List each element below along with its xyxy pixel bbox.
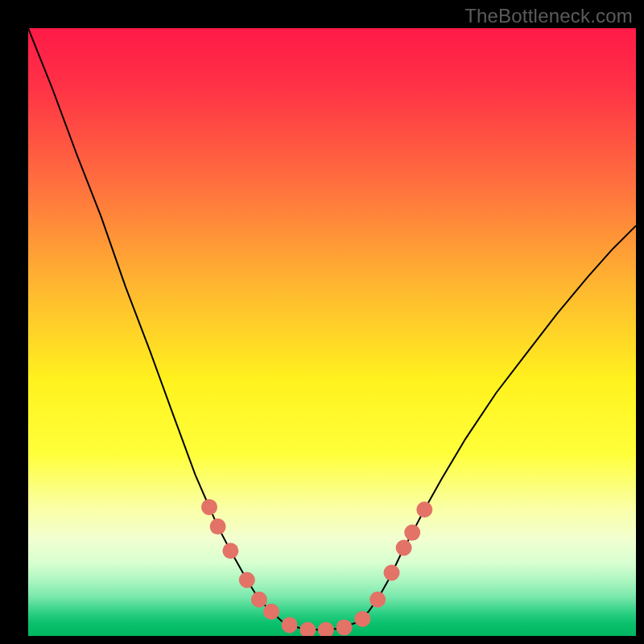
data-marker xyxy=(251,592,267,608)
data-marker xyxy=(239,572,255,588)
chart-frame: TheBottleneck.com xyxy=(0,0,644,644)
data-marker xyxy=(201,499,217,515)
data-marker xyxy=(369,592,386,608)
data-marker xyxy=(384,565,400,581)
data-marker xyxy=(210,518,226,535)
watermark-text: TheBottleneck.com xyxy=(464,5,633,27)
plot-area xyxy=(28,28,636,636)
data-marker xyxy=(282,617,298,633)
data-marker xyxy=(336,619,353,635)
data-marker xyxy=(263,604,279,620)
data-marker xyxy=(396,540,412,556)
data-marker xyxy=(354,611,370,627)
data-marker xyxy=(404,525,420,541)
gradient-background xyxy=(28,28,636,636)
data-marker xyxy=(416,502,432,518)
data-marker xyxy=(222,543,238,559)
chart-svg xyxy=(28,28,636,636)
